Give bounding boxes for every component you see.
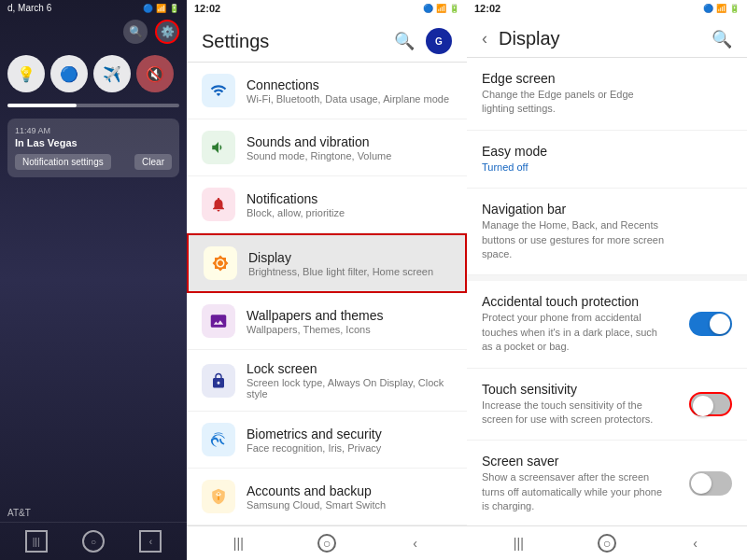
touch-sensitivity-toggle[interactable]	[689, 392, 732, 416]
screen-saver-sub: Show a screensaver after the screen turn…	[482, 470, 669, 513]
back-arrow-icon[interactable]: ‹	[482, 29, 487, 49]
connections-name: Connections	[247, 77, 449, 92]
screen-saver-knob	[691, 473, 712, 494]
quick-settings-header: 🔍 ⚙️	[0, 16, 187, 48]
recents-button[interactable]: |||	[25, 530, 48, 553]
sound-icon	[202, 131, 235, 164]
notifications-icon	[202, 188, 235, 221]
date-text: d, March 6	[7, 3, 51, 13]
easy-mode-name: Easy mode	[482, 144, 547, 159]
status-bar-right: 12:02 🔵 📶 🔋	[467, 0, 747, 17]
display-item-accidental-touch[interactable]: Accidental touch protection Protect your…	[467, 281, 747, 368]
bottom-nav-mid: ||| ○ ‹	[187, 525, 467, 560]
notif-actions: Notification settings Clear	[15, 154, 172, 170]
recents-btn-right[interactable]: |||	[509, 534, 528, 553]
display-icon	[204, 246, 237, 280]
header-icons: 🔍 G	[394, 28, 452, 54]
display-text: Display Brightness, Blue light filter, H…	[248, 250, 433, 277]
settings-item-accounts[interactable]: Accounts and backup Samsung Cloud, Smart…	[187, 469, 467, 525]
home-button[interactable]: ○	[82, 530, 105, 553]
back-btn-mid[interactable]: ‹	[406, 534, 425, 553]
settings-item-connections[interactable]: Connections Wi-Fi, Bluetooth, Data usage…	[187, 63, 467, 119]
wallpaper-sub: Wallpapers, Themes, Icons	[247, 324, 384, 335]
display-item-easy-mode[interactable]: Easy mode Turned off	[467, 131, 747, 189]
display-name: Display	[248, 250, 433, 265]
search-quick-icon[interactable]: 🔍	[123, 20, 148, 44]
home-btn-mid[interactable]: ○	[317, 534, 336, 553]
notifications-name: Notifications	[247, 191, 345, 206]
carrier-info: AT&T	[0, 504, 187, 522]
notif-title: In Las Vegas	[15, 137, 172, 148]
touch-sensitivity-knob	[693, 396, 713, 416]
wallpaper-text: Wallpapers and themes Wallpapers, Themes…	[247, 308, 384, 335]
sound-text: Sounds and vibration Sound mode, Rington…	[247, 134, 391, 161]
settings-title: Settings	[202, 31, 269, 52]
display-header: ‹ Display 🔍	[467, 17, 747, 58]
flashlight-tile[interactable]: 💡	[7, 55, 45, 92]
lockscreen-text: Lock screen Screen lock type, Always On …	[247, 361, 452, 399]
display-item-screen-saver[interactable]: Screen saver Show a screensaver after th…	[467, 441, 747, 525]
display-settings-list: Edge screen Change the Edge panels or Ed…	[467, 58, 747, 525]
settings-item-display[interactable]: Display Brightness, Blue light filter, H…	[187, 233, 467, 293]
display-item-touch-sensitivity[interactable]: Touch sensitivity Increase the touch sen…	[467, 369, 747, 441]
nav-bar-name: Navigation bar	[482, 202, 669, 217]
settings-quick-icon[interactable]: ⚙️	[155, 20, 179, 44]
wallpaper-name: Wallpapers and themes	[247, 308, 384, 323]
lockscreen-name: Lock screen	[247, 361, 452, 376]
settings-panel: 12:02 🔵 📶 🔋 Settings 🔍 G Connections Wi-…	[187, 0, 467, 560]
connections-sub: Wi-Fi, Bluetooth, Data usage, Airplane m…	[247, 93, 449, 105]
display-item-nav-bar[interactable]: Navigation bar Manage the Home, Back, an…	[467, 189, 747, 275]
status-bar-mid: 12:02 🔵 📶 🔋	[187, 0, 467, 17]
clear-notification-button[interactable]: Clear	[134, 154, 172, 170]
lock-icon	[202, 364, 235, 398]
settings-item-biometrics[interactable]: Biometrics and security Face recognition…	[187, 412, 467, 469]
accidental-touch-sub: Protect your phone from accidental touch…	[482, 311, 669, 354]
airplane-tile[interactable]: ✈️	[93, 55, 131, 92]
back-btn-right[interactable]: ‹	[686, 534, 705, 553]
recents-btn-mid[interactable]: |||	[229, 534, 247, 553]
brightness-bar[interactable]	[7, 104, 179, 107]
biometrics-name: Biometrics and security	[247, 427, 382, 441]
samsung-account-icon[interactable]: G	[426, 28, 452, 54]
screen-saver-toggle[interactable]	[689, 471, 732, 496]
home-btn-right[interactable]: ○	[598, 534, 616, 553]
accidental-touch-toggle[interactable]	[689, 312, 732, 336]
mute-tile[interactable]: 🔇	[136, 55, 174, 92]
notif-time: 11:49 AM	[15, 126, 172, 135]
status-icons-right: 🔵 📶 🔋	[703, 4, 740, 13]
back-button[interactable]: ‹	[139, 530, 162, 553]
settings-item-lockscreen[interactable]: Lock screen Screen lock type, Always On …	[187, 350, 467, 412]
bluetooth-tile[interactable]: 🔵	[50, 55, 88, 92]
notification-shade: d, March 6 🔵 📶 🔋 🔍 ⚙️ 💡 🔵 ✈️ 🔇 11:49 AM …	[0, 0, 187, 560]
biometrics-text: Biometrics and security Face recognition…	[247, 427, 382, 454]
connections-icon	[202, 74, 235, 107]
biometrics-icon	[202, 423, 235, 456]
settings-item-wallpaper[interactable]: Wallpapers and themes Wallpapers, Themes…	[187, 293, 467, 350]
lockscreen-sub: Screen lock type, Always On Display, Clo…	[247, 377, 452, 399]
accidental-touch-knob	[710, 314, 730, 334]
search-icon[interactable]: 🔍	[394, 31, 415, 51]
accounts-sub: Samsung Cloud, Smart Switch	[247, 499, 386, 511]
notification-settings-button[interactable]: Notification settings	[15, 154, 111, 170]
bottom-nav-right: ||| ○ ‹	[467, 525, 747, 560]
touch-sensitivity-sub: Increase the touch sensitivity of the sc…	[482, 399, 669, 427]
settings-header: Settings 🔍 G	[187, 17, 467, 63]
quick-tiles: 💡 🔵 ✈️ 🔇	[0, 48, 187, 100]
bottom-nav-left: ||| ○ ‹	[0, 522, 187, 560]
settings-list: Connections Wi-Fi, Bluetooth, Data usage…	[187, 63, 467, 525]
display-settings-panel: 12:02 🔵 📶 🔋 ‹ Display 🔍 Edge screen Chan…	[467, 0, 747, 560]
notification-card: 11:49 AM In Las Vegas Notification setti…	[7, 119, 179, 177]
display-item-edge-screen[interactable]: Edge screen Change the Edge panels or Ed…	[467, 58, 747, 131]
accidental-touch-name: Accidental touch protection	[482, 294, 682, 309]
notifications-text: Notifications Block, allow, prioritize	[247, 191, 345, 218]
screen-saver-name: Screen saver	[482, 454, 682, 469]
time-right: 12:02	[474, 3, 500, 14]
search-icon-right[interactable]: 🔍	[712, 29, 732, 49]
status-bar-left: d, March 6 🔵 📶 🔋	[0, 0, 187, 16]
settings-item-sound[interactable]: Sounds and vibration Sound mode, Rington…	[187, 119, 467, 176]
touch-sensitivity-name: Touch sensitivity	[482, 382, 682, 397]
sound-name: Sounds and vibration	[247, 134, 391, 149]
accounts-name: Accounts and backup	[247, 483, 386, 498]
settings-item-notifications[interactable]: Notifications Block, allow, prioritize	[187, 176, 467, 233]
sound-sub: Sound mode, Ringtone, Volume	[247, 150, 391, 161]
